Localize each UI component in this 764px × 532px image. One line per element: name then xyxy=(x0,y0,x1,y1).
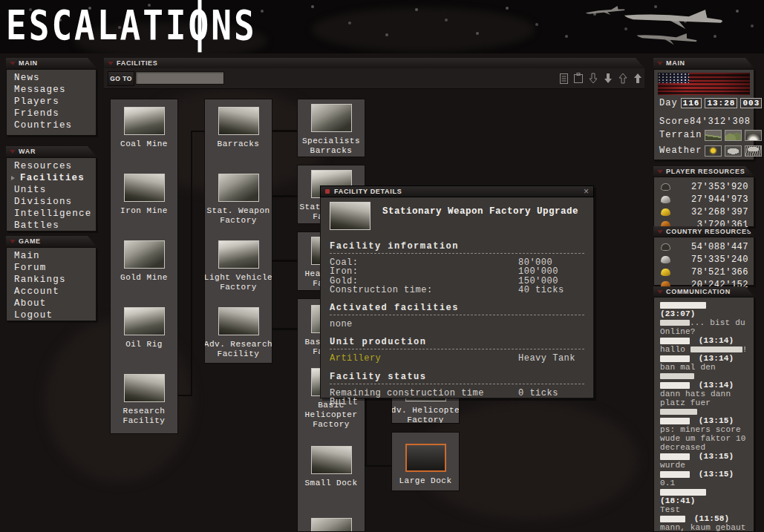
arrow-up-outline-icon[interactable] xyxy=(618,72,628,85)
facility-node-small-dock[interactable]: Small Dock xyxy=(298,446,365,488)
facility-tree-panel-col-d2: Large Dock xyxy=(391,432,460,491)
sidebar-item-players[interactable]: Players xyxy=(7,96,96,108)
sidebar-item-rankings[interactable]: Rankings xyxy=(7,274,96,286)
resource-value: 54'088'447 xyxy=(691,242,748,252)
facility-node-stat-weapon-factory[interactable]: Stat. WeaponFactory xyxy=(205,174,272,226)
tree-connector-line xyxy=(271,195,297,197)
goto-search-input[interactable] xyxy=(135,71,224,85)
day-label: Day xyxy=(659,98,678,108)
facility-node-facility[interactable] xyxy=(298,518,365,532)
chat-log[interactable]: (23:07)... bist duOnline? (13:14)hallo !… xyxy=(654,298,754,531)
gold-icon xyxy=(661,208,670,216)
chat-message-header: (23:07) xyxy=(660,301,748,318)
coal-icon xyxy=(661,183,670,191)
chat-timestamp: (13:14) xyxy=(693,354,734,363)
modal-row-label: Built xyxy=(330,397,359,407)
weather-rain-icon xyxy=(745,145,762,157)
modal-marker-icon xyxy=(325,189,330,194)
censored-word xyxy=(690,347,742,352)
censored-username xyxy=(660,418,690,424)
facility-thumbnail xyxy=(311,518,352,532)
score-value: 84'312'308 xyxy=(690,116,751,127)
sidebar-item-main[interactable]: Main xyxy=(7,250,96,262)
sidebar-item-intelligence[interactable]: Intelligence xyxy=(7,208,96,220)
chat-message-header: (13:15) xyxy=(660,416,748,425)
facility-node-coal-mine[interactable]: Coal Mine xyxy=(111,107,177,149)
facility-tree-panel-col-a: Coal MineIron MineGold MineOil RigResear… xyxy=(110,99,178,434)
sidebar-item-account[interactable]: Account xyxy=(7,286,96,298)
sidebar-item-news[interactable]: News xyxy=(7,72,96,84)
iron-icon xyxy=(661,196,670,203)
iron-icon xyxy=(661,256,670,263)
sidebar-group-header-war[interactable]: WAR xyxy=(6,146,97,157)
sidebar-item-divisions[interactable]: Divisions xyxy=(7,196,96,208)
sidebar-item-facilities[interactable]: Facilities xyxy=(7,172,96,184)
toolbar-icon-group xyxy=(559,70,644,86)
censored-username xyxy=(660,516,685,522)
sidebar-item-logout[interactable]: Logout xyxy=(7,309,96,321)
facility-node-gold-mine[interactable]: Gold Mine xyxy=(111,240,177,283)
sidebar-item-about[interactable]: About xyxy=(7,298,96,309)
close-icon[interactable]: × xyxy=(584,187,589,196)
censored-username xyxy=(660,471,690,478)
map-silhouette xyxy=(312,7,535,52)
chat-message-line: decreased xyxy=(660,443,748,452)
resource-row-gold: 32'268'397 xyxy=(659,207,748,217)
communication-header[interactable]: COMMUNICATION xyxy=(653,286,754,297)
sidebar-item-battles[interactable]: Battles xyxy=(7,220,96,231)
facility-node-iron-mine[interactable]: Iron Mine xyxy=(111,174,177,216)
facility-node-adv-research-facility[interactable]: Adv. ResearchFacility xyxy=(205,307,272,359)
facility-node-specialists-barracks[interactable]: SpecialistsBarracks xyxy=(298,104,365,156)
sidebar-item-forum[interactable]: Forum xyxy=(7,262,96,274)
app-header: ESCALATIONS xyxy=(0,0,764,53)
facility-thumbnail xyxy=(124,174,165,202)
facility-thumbnail xyxy=(124,240,165,269)
chat-message-header: (13:15) xyxy=(660,470,748,479)
country-resources-title: COUNTRY RESOURCES xyxy=(666,228,751,235)
modal-titlebar[interactable]: FACILITY DETAILS × xyxy=(320,185,594,197)
day-counter-boxes: 11613:28003 xyxy=(678,98,763,108)
facility-node-research-facility[interactable]: ResearchFacility xyxy=(111,374,177,426)
facility-tree-panel-col-c1: SpecialistsBarracks xyxy=(297,99,365,157)
sidebar-item-resources[interactable]: Resources xyxy=(7,160,96,172)
modal-row-built: Built xyxy=(330,398,584,407)
censored-username xyxy=(660,338,690,344)
sidebar-group-header-game[interactable]: GAME xyxy=(6,236,97,246)
facility-node-oil-rig[interactable]: Oil Rig xyxy=(111,307,177,349)
player-resources-header[interactable]: PLAYER RESOURCES xyxy=(653,166,754,177)
arrow-up-solid-icon[interactable] xyxy=(633,72,643,85)
sidebar-item-units[interactable]: Units xyxy=(7,184,96,196)
facility-thumbnail xyxy=(405,444,446,472)
document-icon[interactable] xyxy=(559,72,569,85)
clipboard-icon[interactable] xyxy=(573,72,584,85)
app-logo: ESCALATIONS xyxy=(6,1,257,49)
sidebar-item-friends[interactable]: Friends xyxy=(7,108,96,119)
logo-text: NS xyxy=(211,1,256,49)
chat-message-line: Test xyxy=(660,505,748,514)
facility-node-large-dock[interactable]: Large Dock xyxy=(392,444,459,486)
goto-button[interactable]: GO TO xyxy=(108,71,134,86)
modal-body: Stationary Weapon Factory Upgrade Facili… xyxy=(320,197,594,398)
modal-row-iron: Iron:100'000 xyxy=(330,267,584,276)
facilities-section-header[interactable]: FACILITIES xyxy=(104,58,644,68)
facility-node-light-vehicle-factory[interactable]: Light VehicleFactory xyxy=(205,240,272,292)
sidebar-group-header-main[interactable]: MAIN xyxy=(6,58,97,68)
chat-message-line: hallo ! xyxy=(660,345,748,354)
arrow-down-outline-icon[interactable] xyxy=(588,72,598,85)
facility-thumbnail xyxy=(311,104,352,132)
country-resources-header[interactable]: COUNTRY RESOURCES xyxy=(653,226,754,237)
arrow-down-solid-icon[interactable] xyxy=(603,72,613,85)
main-status-header[interactable]: MAIN xyxy=(653,58,754,68)
sidebar-item-messages[interactable]: Messages xyxy=(7,84,96,96)
modal-row-label[interactable]: Artillery xyxy=(330,353,381,364)
facility-thumbnail xyxy=(330,202,370,230)
map-dots-decoration xyxy=(0,0,1,1)
facility-node-barracks[interactable]: Barracks xyxy=(205,107,272,149)
day-row: Day 11613:28003 xyxy=(659,97,748,109)
sidebar-item-countries[interactable]: Countries xyxy=(7,119,96,131)
chat-timestamp: (13:14) xyxy=(693,336,734,345)
modal-section-title-facility-information: Facility information xyxy=(330,242,584,251)
section-divider xyxy=(330,349,584,349)
resource-value: 32'268'397 xyxy=(691,207,748,217)
chat-message-line: platz fuer xyxy=(660,398,748,416)
